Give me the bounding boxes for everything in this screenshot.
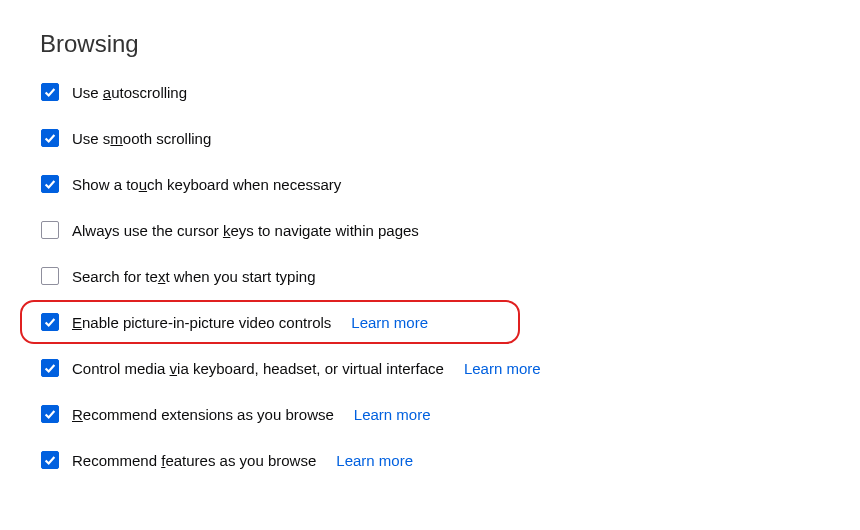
checkbox-wrap	[40, 220, 60, 240]
option-checkbox-5[interactable]	[41, 313, 59, 331]
option-label[interactable]: Always use the cursor keys to navigate w…	[72, 222, 419, 239]
option-checkbox-8[interactable]	[41, 451, 59, 469]
option-checkbox-2[interactable]	[41, 175, 59, 193]
option-label[interactable]: Enable picture-in-picture video controls	[72, 314, 331, 331]
option-checkbox-1[interactable]	[41, 129, 59, 147]
option-row: Use smooth scrolling	[40, 126, 820, 150]
option-row: Control media via keyboard, headset, or …	[40, 356, 820, 380]
option-row: Show a touch keyboard when necessary	[40, 172, 820, 196]
checkbox-wrap	[40, 266, 60, 286]
option-checkbox-0[interactable]	[41, 83, 59, 101]
option-label[interactable]: Recommend features as you browse	[72, 452, 316, 469]
option-checkbox-3[interactable]	[41, 221, 59, 239]
checkbox-wrap	[40, 128, 60, 148]
option-row: Recommend extensions as you browseLearn …	[40, 402, 820, 426]
option-row: Use autoscrolling	[40, 80, 820, 104]
option-checkbox-7[interactable]	[41, 405, 59, 423]
option-label[interactable]: Use autoscrolling	[72, 84, 187, 101]
checkbox-wrap	[40, 450, 60, 470]
learn-more-link[interactable]: Learn more	[464, 360, 541, 377]
option-label[interactable]: Use smooth scrolling	[72, 130, 211, 147]
checkbox-wrap	[40, 82, 60, 102]
options-list: Use autoscrollingUse smooth scrollingSho…	[40, 80, 820, 472]
option-row: Recommend features as you browseLearn mo…	[40, 448, 820, 472]
option-label[interactable]: Show a touch keyboard when necessary	[72, 176, 341, 193]
option-row: Search for text when you start typing	[40, 264, 820, 288]
option-label[interactable]: Search for text when you start typing	[72, 268, 315, 285]
option-label[interactable]: Recommend extensions as you browse	[72, 406, 334, 423]
option-row: Always use the cursor keys to navigate w…	[40, 218, 820, 242]
option-checkbox-6[interactable]	[41, 359, 59, 377]
checkbox-wrap	[40, 358, 60, 378]
learn-more-link[interactable]: Learn more	[336, 452, 413, 469]
section-title: Browsing	[40, 30, 820, 58]
checkbox-wrap	[40, 174, 60, 194]
option-checkbox-4[interactable]	[41, 267, 59, 285]
learn-more-link[interactable]: Learn more	[351, 314, 428, 331]
option-row: Enable picture-in-picture video controls…	[40, 310, 820, 334]
learn-more-link[interactable]: Learn more	[354, 406, 431, 423]
checkbox-wrap	[40, 312, 60, 332]
option-label[interactable]: Control media via keyboard, headset, or …	[72, 360, 444, 377]
checkbox-wrap	[40, 404, 60, 424]
